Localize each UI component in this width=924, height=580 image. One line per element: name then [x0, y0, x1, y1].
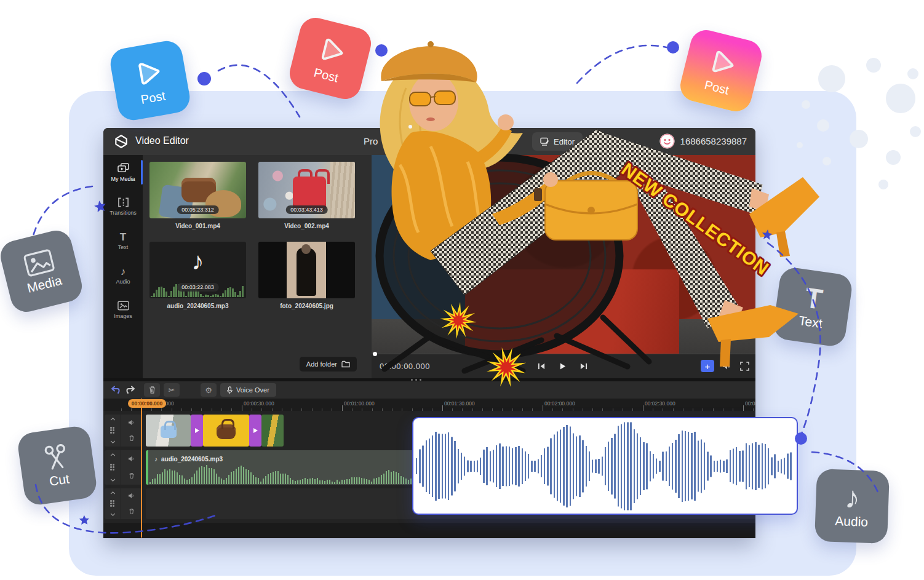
- wave-bar: [624, 422, 625, 510]
- mute-track-icon[interactable]: [128, 419, 135, 426]
- sidebar-item-my-media[interactable]: My Media: [103, 155, 143, 189]
- redo-button[interactable]: [123, 383, 138, 397]
- playhead-time-badge[interactable]: 00:00:00.000: [128, 399, 166, 408]
- playhead-line[interactable]: [141, 399, 142, 538]
- chevron-up-icon[interactable]: [110, 491, 116, 495]
- undo-button[interactable]: [108, 383, 123, 397]
- wave-bar: [317, 478, 318, 484]
- wave-bar: [544, 448, 545, 484]
- wave-bar: [554, 434, 555, 498]
- preview-right-controls: +: [701, 360, 749, 372]
- timeline-clip-video[interactable]: [146, 415, 191, 447]
- play-button[interactable]: [556, 360, 568, 372]
- wave-bar: [742, 450, 743, 482]
- preview-viewport[interactable]: [372, 155, 755, 354]
- wave-bar: [659, 461, 660, 472]
- wave-bar: [422, 445, 423, 487]
- wave-bar: [179, 475, 180, 484]
- wave-bar: [376, 478, 377, 484]
- drag-handle-icon[interactable]: [110, 464, 115, 471]
- wave-bar: [341, 480, 343, 484]
- wave-bar: [386, 471, 387, 484]
- wave-bar: [168, 296, 170, 297]
- wave-bar: [474, 461, 475, 472]
- wave-bar: [675, 440, 676, 493]
- timeline-clip-video[interactable]: [203, 415, 249, 447]
- wave-bar: [181, 475, 183, 484]
- wave-bar: [253, 475, 254, 484]
- delete-track-icon[interactable]: [129, 435, 135, 442]
- wave-bar: [650, 451, 651, 481]
- delete-clip-button[interactable]: [144, 383, 160, 397]
- wave-bar: [410, 479, 412, 484]
- wave-bar: [781, 459, 782, 473]
- wave-bar: [416, 458, 417, 474]
- mute-track-icon[interactable]: [128, 493, 135, 499]
- wave-bar: [156, 290, 157, 297]
- voice-over-button[interactable]: Voice Over: [220, 383, 276, 397]
- wave-bar: [265, 476, 266, 484]
- wave-bar: [361, 478, 362, 484]
- transition-clip[interactable]: [191, 415, 203, 447]
- preview-control-bar: 00:00:00.000 +: [372, 354, 755, 379]
- mute-track-icon[interactable]: [128, 456, 135, 462]
- chevron-up-icon[interactable]: [110, 418, 116, 421]
- drag-handle-icon[interactable]: [110, 427, 115, 434]
- volume-icon[interactable]: [722, 362, 732, 370]
- chevron-down-icon[interactable]: [110, 479, 116, 482]
- wave-bar: [381, 475, 382, 484]
- add-button[interactable]: +: [701, 360, 714, 372]
- sidebar-item-images[interactable]: Images: [103, 293, 143, 327]
- transition-clip[interactable]: [249, 415, 261, 447]
- drag-handle-icon[interactable]: [110, 500, 115, 507]
- wave-bar: [158, 287, 160, 297]
- wave-bar: [222, 293, 224, 297]
- wave-bar: [608, 442, 609, 491]
- chevron-down-icon[interactable]: [110, 440, 116, 443]
- fullscreen-icon[interactable]: [740, 362, 749, 371]
- transitions-icon: [117, 197, 129, 207]
- sidebar-item-text[interactable]: T Text: [103, 224, 143, 258]
- prev-frame-button[interactable]: [535, 360, 548, 372]
- media-item: 00:03:43:413 Video_002.mp4: [258, 162, 355, 229]
- seek-handle[interactable]: [373, 352, 377, 356]
- split-clip-button[interactable]: ✂: [164, 383, 180, 397]
- wave-bar: [268, 474, 269, 484]
- wave-bar: [656, 458, 657, 474]
- media-item-name: foto_20240605.jpg: [258, 303, 355, 309]
- wave-bar: [640, 437, 641, 495]
- chevron-down-icon[interactable]: [110, 513, 116, 516]
- wave-bar: [275, 471, 276, 484]
- editor-mode-button[interactable]: Editor: [532, 132, 583, 151]
- ruler-tick: [342, 405, 343, 411]
- media-thumb-video2[interactable]: 00:03:43:413: [258, 162, 355, 218]
- note-icon: ♪: [192, 247, 204, 275]
- delete-track-icon[interactable]: [129, 508, 135, 515]
- media-thumb-photo[interactable]: [258, 242, 355, 298]
- wave-bar: [477, 460, 478, 472]
- wave-bar: [787, 453, 788, 479]
- delete-track-icon[interactable]: [129, 472, 135, 479]
- timeline-ruler[interactable]: 00:00:00.00000:00:30.00000:01:00.00000:0…: [103, 399, 755, 411]
- timeline-clip-video[interactable]: [261, 415, 284, 447]
- wave-bar: [285, 474, 286, 484]
- add-folder-button[interactable]: Add folder: [300, 357, 357, 371]
- wave-bar: [201, 466, 202, 484]
- empty-track-header: [105, 488, 141, 519]
- audio-waveform-panel: [412, 417, 798, 515]
- wave-bar: [327, 480, 328, 484]
- user-account[interactable]: 1686658239887: [659, 133, 747, 149]
- wave-bar: [221, 479, 222, 484]
- wave-bar: [547, 447, 548, 485]
- chevron-up-icon[interactable]: [110, 453, 116, 456]
- sidebar-item-audio[interactable]: ♪ Audio: [103, 258, 143, 293]
- wave-bar: [149, 482, 151, 484]
- editor-mode-icon: [540, 137, 549, 146]
- timeline-settings-button[interactable]: ⚙: [201, 383, 217, 397]
- sidebar-item-transitions[interactable]: Transitions: [103, 189, 143, 224]
- play-icon: [313, 31, 352, 70]
- media-thumb-audio[interactable]: ♪ 00:03:22.083: [149, 242, 246, 298]
- next-frame-button[interactable]: [577, 360, 589, 372]
- wave-bar: [204, 467, 205, 484]
- media-thumb-video1[interactable]: 00:05:23:312: [149, 162, 246, 218]
